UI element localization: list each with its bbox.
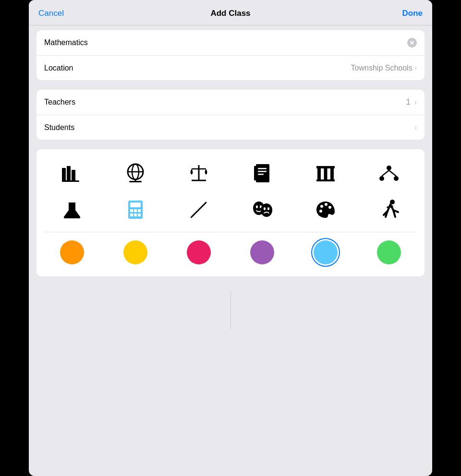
modal-title: Add Class [72, 9, 389, 18]
location-row[interactable]: Location Township Schools › [36, 55, 425, 80]
class-info-section: Location Township Schools › [36, 30, 425, 80]
svg-point-39 [256, 205, 258, 208]
svg-rect-33 [130, 214, 133, 216]
scroll-line [230, 291, 231, 329]
teachers-label: Teachers [44, 98, 406, 107]
running-icon[interactable] [361, 195, 417, 224]
flask-icon[interactable] [44, 195, 100, 224]
teachers-chevron-icon: › [414, 98, 417, 107]
students-value: › [414, 123, 417, 132]
picker-section [36, 149, 425, 276]
svg-rect-29 [130, 202, 141, 207]
svg-rect-12 [256, 164, 269, 182]
svg-rect-15 [258, 171, 267, 172]
svg-point-41 [261, 203, 272, 217]
svg-point-46 [328, 206, 331, 209]
notebook-icon[interactable] [234, 159, 290, 188]
done-button[interactable]: Done [389, 9, 423, 18]
students-label: Students [44, 123, 414, 132]
svg-point-45 [325, 203, 328, 206]
svg-rect-21 [316, 179, 335, 181]
teachers-row[interactable]: Teachers 1 › [36, 90, 425, 115]
students-row[interactable]: Students › [36, 115, 425, 140]
svg-point-44 [320, 205, 323, 208]
location-label: Location [44, 64, 351, 72]
svg-point-47 [319, 210, 322, 213]
svg-line-26 [389, 170, 396, 176]
color-red[interactable] [171, 238, 227, 267]
people-section: Teachers 1 › Students › [36, 90, 425, 140]
theater-icon[interactable] [234, 195, 290, 224]
network-icon[interactable] [361, 159, 417, 188]
teachers-value: 1 › [406, 98, 417, 107]
modal-header: Cancel Add Class Done [29, 0, 432, 25]
svg-line-25 [382, 170, 389, 176]
students-chevron-icon: › [414, 123, 417, 132]
svg-rect-35 [138, 214, 141, 216]
clear-name-button[interactable] [407, 38, 417, 48]
globe-icon[interactable] [108, 159, 163, 188]
svg-rect-2 [72, 170, 75, 181]
palette-icon[interactable] [298, 195, 353, 224]
svg-rect-17 [317, 168, 321, 180]
color-yellow[interactable] [108, 238, 163, 267]
cancel-button[interactable]: Cancel [38, 9, 72, 18]
svg-line-36 [192, 202, 206, 217]
svg-rect-18 [324, 168, 328, 180]
svg-rect-3 [62, 180, 79, 182]
svg-rect-19 [330, 168, 334, 180]
icon-grid [44, 159, 417, 224]
svg-point-43 [267, 207, 269, 210]
svg-rect-27 [68, 201, 76, 202]
color-grid [44, 238, 417, 267]
color-blue[interactable] [298, 238, 353, 267]
svg-rect-30 [130, 209, 133, 212]
scales-icon[interactable] [171, 159, 227, 188]
svg-rect-32 [138, 209, 141, 212]
color-green[interactable] [361, 238, 417, 267]
svg-line-37 [191, 216, 193, 218]
svg-point-42 [264, 207, 266, 210]
class-name-row [36, 30, 425, 55]
books-icon[interactable] [44, 159, 100, 188]
svg-point-23 [379, 176, 384, 181]
svg-rect-14 [258, 168, 267, 169]
location-chevron-icon: › [414, 64, 417, 72]
class-name-input[interactable] [44, 38, 407, 47]
svg-point-24 [394, 176, 399, 181]
svg-rect-13 [254, 166, 257, 180]
calculator-icon[interactable] [108, 195, 163, 224]
scroll-indicator [29, 281, 432, 339]
svg-rect-1 [67, 166, 71, 181]
color-purple[interactable] [234, 238, 290, 267]
pencil-icon[interactable] [171, 195, 227, 224]
svg-rect-8 [129, 181, 142, 182]
svg-rect-0 [62, 168, 66, 181]
location-value: Township Schools › [351, 64, 417, 72]
picker-divider [44, 232, 417, 232]
svg-point-22 [387, 166, 391, 170]
color-orange[interactable] [44, 238, 100, 267]
svg-rect-20 [316, 166, 335, 168]
svg-rect-16 [258, 174, 264, 175]
columns-icon[interactable] [298, 159, 353, 188]
svg-rect-31 [134, 209, 137, 212]
svg-rect-34 [134, 214, 137, 216]
